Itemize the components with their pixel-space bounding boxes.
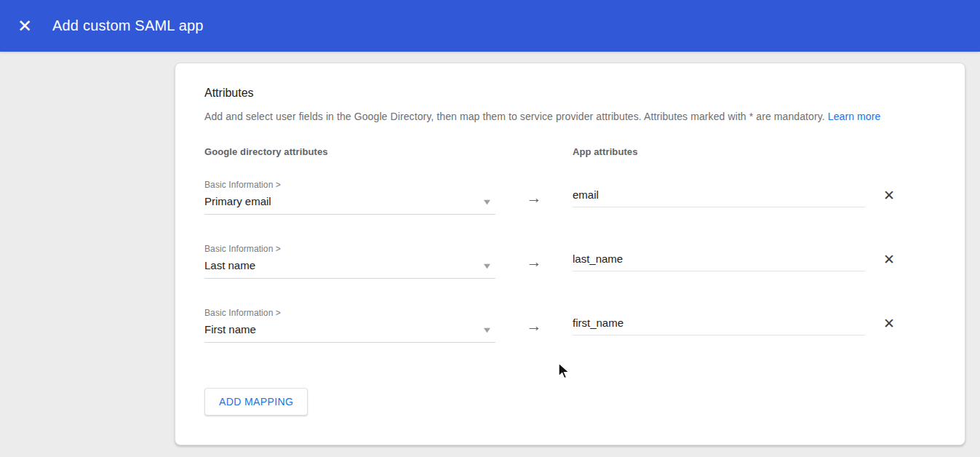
mapping-row: Basic Information > Primary email ▼ → ✕ xyxy=(204,180,936,215)
close-icon[interactable]: ✕ xyxy=(13,15,36,38)
mapping-row: Basic Information > First name ▼ → ✕ xyxy=(204,308,936,343)
google-attribute-select[interactable]: Basic Information > Primary email ▼ xyxy=(204,180,495,215)
dropdown-arrow-icon: ▼ xyxy=(482,325,493,334)
google-attribute-select[interactable]: Basic Information > First name ▼ xyxy=(204,308,495,343)
page-title: Add custom SAML app xyxy=(52,17,204,34)
page-background: Attributes Add and select user fields in… xyxy=(0,52,980,457)
selected-attribute-value: First name xyxy=(204,323,256,335)
app-attribute-input[interactable] xyxy=(573,251,865,271)
attribute-category-label: Basic Information > xyxy=(204,244,495,254)
section-description: Add and select user fields in the Google… xyxy=(204,111,936,122)
selected-attribute-value: Last name xyxy=(204,259,255,271)
remove-mapping-icon[interactable]: ✕ xyxy=(880,250,899,269)
attribute-category-label: Basic Information > xyxy=(204,308,495,318)
attributes-card: Attributes Add and select user fields in… xyxy=(175,63,965,445)
column-header-app: App attributes xyxy=(573,146,638,157)
mapping-arrow-icon: → xyxy=(495,317,573,335)
section-title: Attributes xyxy=(204,87,936,100)
attribute-category-label: Basic Information > xyxy=(204,180,495,190)
dialog-header: ✕ Add custom SAML app xyxy=(0,0,980,52)
dropdown-arrow-icon: ▼ xyxy=(482,197,493,206)
dropdown-arrow-icon: ▼ xyxy=(482,261,493,270)
selected-attribute-value: Primary email xyxy=(204,195,271,207)
add-mapping-button[interactable]: ADD MAPPING xyxy=(204,388,308,416)
remove-mapping-icon[interactable]: ✕ xyxy=(880,186,899,204)
learn-more-link[interactable]: Learn more xyxy=(828,111,881,122)
google-attribute-select[interactable]: Basic Information > Last name ▼ xyxy=(204,244,495,279)
description-text: Add and select user fields in the Google… xyxy=(204,111,828,122)
app-attribute-input[interactable] xyxy=(573,315,865,335)
mapping-row: Basic Information > Last name ▼ → ✕ xyxy=(204,244,936,279)
remove-mapping-icon[interactable]: ✕ xyxy=(880,314,899,333)
mapping-arrow-icon: → xyxy=(495,253,573,271)
mapping-arrow-icon: → xyxy=(495,189,573,207)
column-headers: Google directory attributes App attribut… xyxy=(204,146,936,157)
app-attribute-input[interactable] xyxy=(573,187,865,207)
column-header-google-directory: Google directory attributes xyxy=(204,146,573,157)
